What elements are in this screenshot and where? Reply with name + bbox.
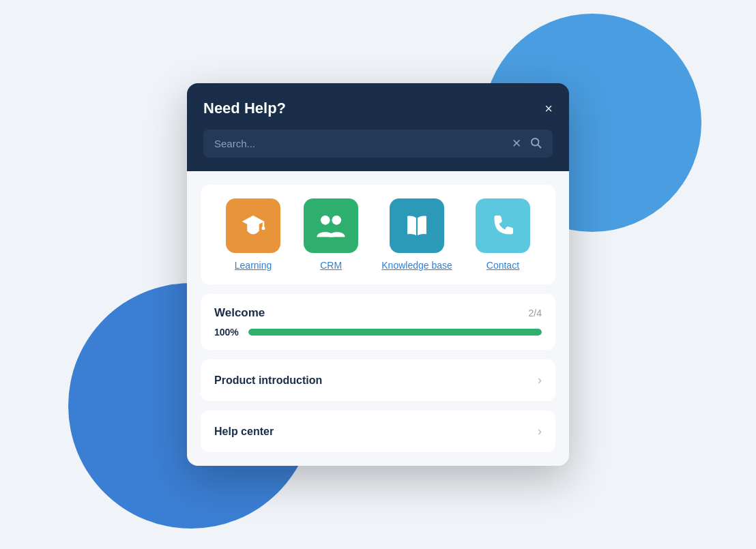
category-crm[interactable]: CRM [304, 198, 358, 271]
close-button[interactable]: × [544, 102, 553, 115]
knowledge-icon [390, 198, 444, 253]
svg-point-5 [321, 216, 330, 225]
knowledge-label: Knowledge base [381, 260, 452, 271]
category-contact[interactable]: Contact [476, 198, 530, 271]
crm-label: CRM [320, 260, 342, 271]
learning-icon [226, 198, 280, 253]
svg-point-4 [262, 226, 265, 230]
svg-marker-2 [242, 216, 265, 228]
contact-label: Contact [486, 260, 519, 271]
product-introduction-item[interactable]: Product introduction › [201, 359, 555, 401]
product-introduction-label: Product introduction [214, 374, 322, 387]
search-bar: ✕ [203, 130, 553, 158]
clear-search-icon[interactable]: ✕ [512, 138, 521, 149]
help-center-chevron: › [538, 424, 542, 439]
widget-body: Learning CRM [187, 171, 569, 466]
product-introduction-chevron: › [538, 373, 542, 387]
progress-count: 2/4 [529, 308, 542, 318]
help-widget: Need Help? × ✕ [187, 83, 569, 466]
help-center-item[interactable]: Help center › [201, 411, 555, 452]
progress-section: Welcome 2/4 100% [201, 294, 555, 350]
category-learning[interactable]: Learning [226, 198, 280, 271]
search-submit-icon[interactable] [529, 136, 542, 151]
crm-icon [304, 198, 358, 253]
learning-label: Learning [235, 260, 272, 271]
category-knowledge[interactable]: Knowledge base [381, 198, 452, 271]
search-input[interactable] [214, 138, 505, 149]
help-center-label: Help center [214, 426, 274, 438]
widget-title: Need Help? [203, 100, 286, 117]
contact-icon [476, 198, 530, 253]
svg-rect-3 [263, 222, 265, 228]
search-icons: ✕ [512, 136, 542, 151]
widget-header: Need Help? × ✕ [187, 83, 569, 171]
progress-title: Welcome [214, 306, 265, 320]
category-section: Learning CRM [201, 185, 555, 284]
svg-point-6 [332, 216, 342, 225]
progress-bar-fill [248, 329, 542, 336]
progress-header: Welcome 2/4 [214, 306, 542, 320]
progress-row: 100% [214, 327, 542, 338]
progress-bar-background [248, 329, 542, 336]
header-top: Need Help? × [203, 100, 553, 117]
svg-line-1 [538, 145, 540, 147]
progress-percentage: 100% [214, 327, 240, 338]
